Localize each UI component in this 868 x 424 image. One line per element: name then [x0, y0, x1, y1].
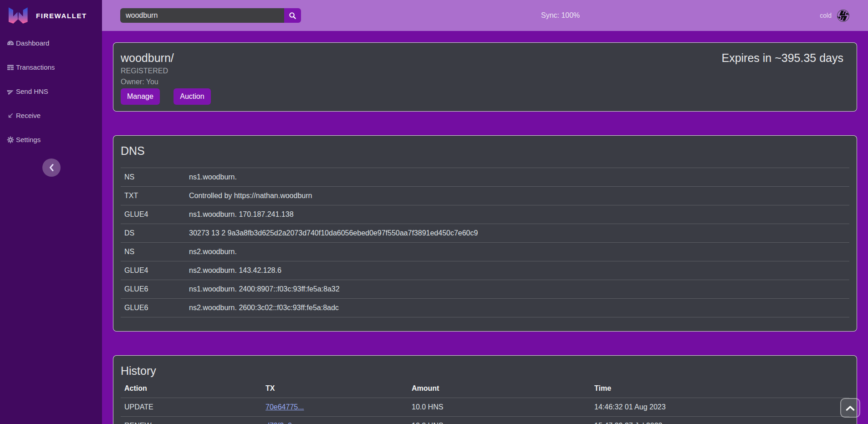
sidebar-item-dashboard[interactable]: Dashboard: [0, 31, 102, 55]
dns-record-row: TXT Controlled by https://nathan.woodbur…: [121, 187, 849, 205]
dns-record-row: GLUE4 ns1.woodburn. 170.187.241.138: [121, 205, 849, 224]
history-amount: 10.0 HNS: [408, 417, 591, 424]
topbar: Sync: 100% cold: [102, 0, 868, 31]
dns-record-type: DS: [121, 224, 185, 243]
sidebar-item-label: Receive: [16, 112, 41, 119]
dns-record-type: GLUE4: [121, 205, 185, 224]
dns-record-row: GLUE6 ns1.woodburn. 2400:8907::f03c:93ff…: [121, 280, 849, 299]
arrow-down-left-icon: [7, 112, 14, 119]
main-content: woodburn/ REGISTERED Owner: You Expires …: [102, 31, 868, 424]
dns-record-type: NS: [121, 168, 185, 187]
sidebar-item-label: Settings: [16, 136, 41, 143]
sidebar-item-transactions[interactable]: Transactions: [0, 55, 102, 79]
sidebar-item-label: Dashboard: [16, 39, 49, 47]
domain-status: REGISTERED: [121, 66, 849, 77]
dns-record-row: GLUE4 ns2.woodburn. 143.42.128.6: [121, 261, 849, 280]
dns-record-row: GLUE6 ns2.woodburn. 2600:3c02::f03c:93ff…: [121, 299, 849, 317]
history-tx: d73f2a0...: [262, 417, 408, 424]
history-card: History Action TX Amount Time UPDATE: [113, 355, 857, 424]
dns-title: DNS: [121, 143, 849, 158]
dns-record-row: DS 30273 13 2 9a3a8fb3d625d2a2073d740f10…: [121, 224, 849, 243]
history-action: UPDATE: [121, 398, 262, 417]
history-col-action: Action: [121, 379, 262, 398]
dns-record-type: TXT: [121, 187, 185, 205]
sidebar-item-label: Transactions: [16, 63, 55, 71]
auction-button[interactable]: Auction: [174, 88, 210, 105]
gauge-icon: [7, 40, 14, 47]
history-col-amount: Amount: [408, 379, 591, 398]
manage-button[interactable]: Manage: [121, 88, 160, 105]
dns-record-value: ns1.woodburn. 170.187.241.138: [185, 205, 849, 224]
dns-record-type: GLUE4: [121, 261, 185, 280]
domain-card: woodburn/ REGISTERED Owner: You Expires …: [113, 42, 857, 112]
dns-record-value: ns2.woodburn. 2600:3c02::f03c:93ff:fe5a:…: [185, 299, 849, 317]
sync-status: Sync: 100%: [301, 11, 820, 20]
dns-record-value: ns1.woodburn.: [185, 168, 849, 187]
search-icon: [289, 12, 296, 20]
brand: FIREWALLET: [0, 0, 102, 31]
history-header-row: Action TX Amount Time: [121, 379, 849, 398]
handshake-logo-icon: [836, 8, 851, 23]
domain-owner: Owner: You: [121, 77, 849, 87]
domain-actions: Manage Auction: [121, 88, 849, 105]
history-row: UPDATE 70e64775... 10.0 HNS 14:46:32 01 …: [121, 398, 849, 417]
history-time: 15:47:39 27 Jul 2023: [591, 417, 849, 424]
history-amount: 10.0 HNS: [408, 398, 591, 417]
history-col-time: Time: [591, 379, 849, 398]
tx-link[interactable]: 70e64775...: [266, 403, 304, 411]
search-group: [120, 8, 301, 23]
dns-record-type: GLUE6: [121, 299, 185, 317]
tx-link[interactable]: d73f2a0...: [266, 422, 298, 424]
domain-expires: Expires in ~395.35 days: [721, 50, 843, 66]
dns-record-row: NS ns2.woodburn.: [121, 243, 849, 261]
gear-icon: [7, 136, 14, 143]
sidebar-nav: Dashboard Transactions: [0, 31, 102, 152]
sidebar-item-settings[interactable]: Settings: [0, 128, 102, 152]
send-icon: [7, 88, 14, 95]
sidebar-item-send-hns[interactable]: Send HNS: [0, 79, 102, 103]
table-icon: [7, 64, 14, 71]
scroll-to-top-button[interactable]: [840, 398, 860, 418]
firewallet-logo-icon: [8, 6, 29, 25]
sidebar: FIREWALLET Dashboard: [0, 0, 102, 424]
history-row: RENEW d73f2a0... 10.0 HNS 15:47:39 27 Ju…: [121, 417, 849, 424]
dns-record-row: NS ns1.woodburn.: [121, 168, 849, 187]
dns-record-type: GLUE6: [121, 280, 185, 299]
sidebar-item-label: Send HNS: [16, 87, 48, 95]
history-time: 14:46:32 01 Aug 2023: [591, 398, 849, 417]
dns-record-value: ns2.woodburn.: [185, 243, 849, 261]
search-input[interactable]: [120, 8, 284, 23]
dns-table: NS ns1.woodburn. TXT Controlled by https…: [121, 168, 849, 317]
main-column: Sync: 100% cold: [102, 0, 868, 424]
dns-record-type: NS: [121, 243, 185, 261]
dns-record-value: Controlled by https://nathan.woodburn: [185, 187, 849, 205]
history-action: RENEW: [121, 417, 262, 424]
dns-record-value: ns1.woodburn. 2400:8907::f03c:93ff:fe5a:…: [185, 280, 849, 299]
wallet-name: cold: [820, 12, 832, 19]
sidebar-item-receive[interactable]: Receive: [0, 103, 102, 128]
history-col-tx: TX: [262, 379, 408, 398]
dns-card: DNS NS ns1.woodburn. TXT Controlled by h…: [113, 135, 857, 332]
dns-record-value: 30273 13 2 9a3a8fb3d625d2a2073d740f10da6…: [185, 224, 849, 243]
search-button[interactable]: [284, 8, 301, 23]
history-tx: 70e64775...: [262, 398, 408, 417]
history-table: Action TX Amount Time UPDATE 70e64775...…: [121, 379, 849, 424]
history-title: History: [121, 363, 849, 378]
brand-name: FIREWALLET: [36, 12, 87, 20]
sidebar-collapse-button[interactable]: [42, 158, 61, 177]
dns-record-value: ns2.woodburn. 143.42.128.6: [185, 261, 849, 280]
chevron-left-icon: [49, 163, 54, 172]
app: FIREWALLET Dashboard: [0, 0, 868, 424]
wallet-indicator[interactable]: cold: [820, 8, 851, 23]
chevron-up-icon: [846, 405, 855, 411]
